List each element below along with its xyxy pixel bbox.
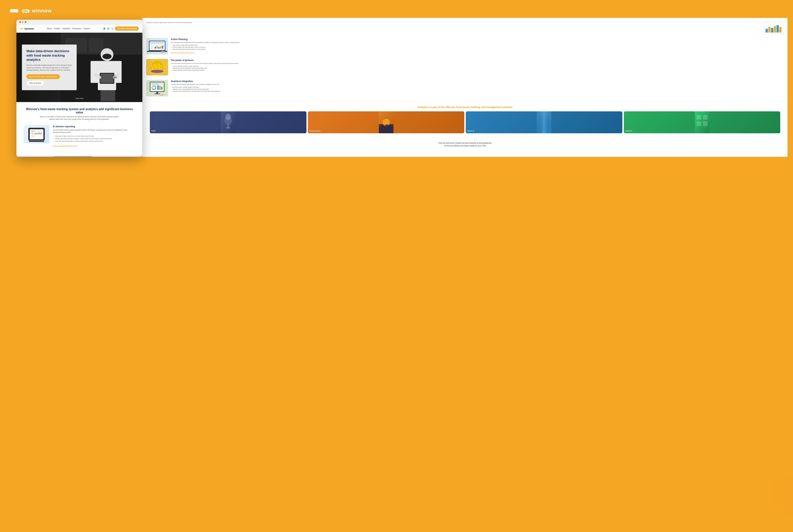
nav-cta-button[interactable]: Get a free assessment: [115, 26, 139, 31]
hero-section: Make data-driven decisions with food was…: [16, 33, 142, 102]
nav-icons: 👤 🌐 🔍 Get a free assessment: [103, 26, 139, 31]
person-icon[interactable]: 👤: [103, 27, 105, 30]
svg-rect-86: [157, 85, 159, 90]
svg-rect-59: [156, 46, 158, 49]
bottom-cta-text: Find out how much it would cost your bus…: [438, 142, 492, 147]
browser-dot-close[interactable]: [19, 21, 21, 23]
pop-bullet-2: Help teams reduce preparation waste and …: [171, 68, 238, 69]
browser-dot-minimize[interactable]: [22, 21, 24, 23]
svg-rect-35: [39, 133, 40, 134]
business-value-title: Winnow's food waste tracking system and …: [24, 108, 135, 114]
svg-rect-46: [771, 28, 773, 33]
globe-icon[interactable]: 🌐: [107, 27, 110, 30]
svg-rect-41: [31, 137, 33, 137]
hero-content-panel: Make data-driven decisions with food was…: [22, 44, 77, 90]
svg-rect-22: [100, 90, 108, 101]
action-planning-text: Action Planning Our automated action pla…: [171, 38, 240, 54]
card-vision-ai-2-label: Vision AI: [625, 130, 632, 132]
scrollbar-thumb[interactable]: [54, 156, 92, 157]
svg-rect-34: [39, 132, 39, 134]
top-bar: winnow: [5, 5, 788, 18]
vision-ai-2-image: [624, 111, 780, 133]
svg-rect-87: [159, 86, 161, 90]
analytics-title: Analytics is part of the Winnow food was…: [150, 106, 780, 109]
svg-rect-21: [113, 76, 117, 78]
hero-title: Make data-driven decisions with food was…: [26, 49, 72, 62]
tablet-screen: Food Analytics: [30, 129, 43, 139]
analytics-card-vision-control[interactable]: Vision Control: [308, 111, 464, 133]
scrollbar-track[interactable]: [16, 156, 142, 157]
laptop-svg: [146, 38, 168, 54]
action-planning-feature: Action Planning Our automated action pla…: [146, 38, 784, 54]
pop-title: The power of pictures: [171, 59, 238, 61]
ap-bullet-2: Receive daily smart reduction tips to fo…: [171, 46, 240, 48]
tablet-base: [29, 141, 44, 142]
winnow-w-icon: [21, 8, 30, 14]
svg-rect-55: [150, 44, 154, 49]
seamless-integration-text: Seamless integration Connect Winnow wast…: [171, 80, 220, 92]
action-planning-title: Action Planning: [171, 38, 240, 40]
svg-rect-62: [162, 46, 163, 49]
deco-circle-right: [771, 477, 793, 514]
nav-link-about[interactable]: About: [47, 27, 52, 30]
pop-bullets: Correct wasteful behaviours with retrain…: [171, 65, 238, 71]
analytics-card-vision-ai-1[interactable]: Vision AI: [466, 111, 622, 133]
bottom-cta: Find out how much it would cost your bus…: [146, 138, 784, 151]
site-logo-icon: [20, 27, 23, 30]
seamless-integration-feature: Overview | Dashboard: [146, 80, 784, 96]
hero-primary-button[interactable]: Read our food waste tracking report: [26, 74, 60, 79]
action-planning-bullets: Uses historic waste data to predict tren…: [171, 44, 240, 50]
svg-rect-40: [31, 136, 35, 137]
svg-point-74: [151, 70, 163, 72]
power-of-pictures-image: [146, 59, 168, 75]
bullet-1: Daily report helps chefs focus on most c…: [53, 135, 135, 137]
browser-window: winnow About Product Industries Resource…: [16, 20, 142, 157]
ap-bullet-3: Data led action planning helps teams cut…: [171, 49, 240, 50]
in-kitchen-desc: Our food waste tracking system pinpoints…: [53, 129, 135, 134]
svg-rect-23: [108, 90, 115, 101]
si-bullet-3: Save time and avoid having to manually i…: [171, 90, 220, 92]
svg-text:Overview | Dashboard: Overview | Dashboard: [152, 83, 159, 84]
tablet-mockup: Food Analytics: [28, 128, 45, 140]
analytics-card-track[interactable]: Track: [150, 111, 306, 133]
track-desc: Track your progress against your busines…: [146, 21, 761, 23]
svg-rect-45: [768, 27, 771, 33]
svg-rect-47: [774, 26, 776, 33]
svg-point-6: [23, 9, 24, 10]
search-icon[interactable]: 🔍: [111, 27, 114, 30]
hero-secondary-button[interactable]: Make an enquiry: [26, 80, 44, 86]
action-planning-desc: Our automated action planning tool uses …: [171, 41, 240, 43]
power-of-pictures-feature: The power of pictures Our food waste tra…: [146, 59, 784, 75]
svg-rect-54: [150, 42, 164, 43]
track-image: [764, 21, 784, 34]
svg-rect-61: [160, 46, 161, 49]
action-planning-read-link[interactable]: Read our food waste analysis report: [171, 52, 194, 53]
vision-ai-1-image: [466, 111, 622, 133]
bullet-2: Weekly reporting helps site managers rev…: [53, 138, 135, 140]
business-value-desc: Built on a foundation of deep sector exp…: [38, 116, 120, 120]
browser-dot-maximize[interactable]: [25, 21, 26, 23]
in-kitchen-read-link[interactable]: Read our global benchmarking report: [53, 145, 77, 147]
analytics-card-vision-ai-2[interactable]: Vision AI: [624, 111, 780, 133]
svg-rect-38: [31, 135, 36, 135]
top-logo-text: winnow: [32, 8, 52, 14]
nav-link-industries[interactable]: Industries: [62, 27, 70, 30]
track-feature-partial: Track your progress against your busines…: [146, 21, 784, 34]
track-text: Track your progress against your busines…: [146, 21, 761, 23]
svg-rect-104: [696, 115, 701, 119]
svg-rect-105: [703, 115, 708, 119]
food-svg: [146, 59, 168, 75]
nav-link-careers[interactable]: Careers: [83, 27, 90, 30]
seamless-integration-image: Overview | Dashboard: [146, 80, 168, 96]
nav-link-resources[interactable]: Resources: [73, 27, 81, 30]
si-desc: Connect Winnow waste data into your own …: [171, 83, 220, 86]
in-kitchen-feature: Food Analytics: [24, 125, 135, 147]
learn-more-link[interactable]: Learn more: [75, 97, 83, 99]
svg-rect-20: [100, 74, 114, 83]
nav-link-product[interactable]: Product: [54, 27, 60, 30]
power-of-pictures-text: The power of pictures Our food waste tra…: [171, 59, 238, 71]
tablet-dashboard-svg: Food Analytics: [30, 130, 43, 139]
svg-rect-88: [161, 87, 162, 90]
svg-rect-102: [537, 111, 552, 133]
svg-point-15: [102, 54, 112, 59]
